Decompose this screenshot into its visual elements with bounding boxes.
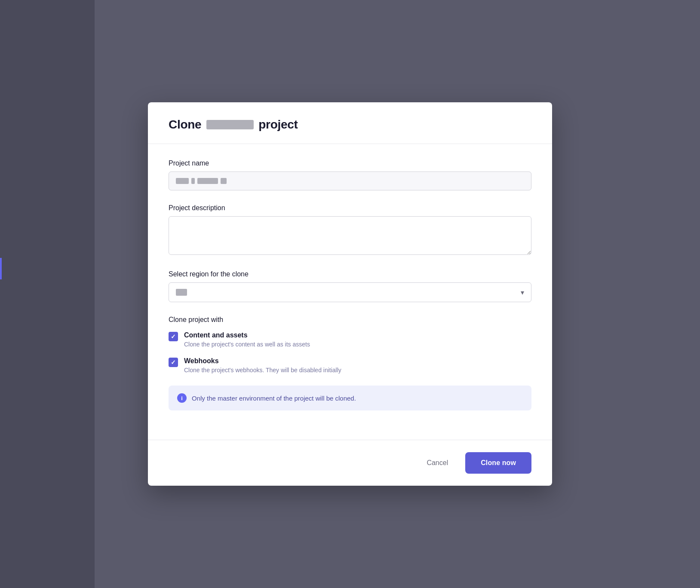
modal-header: Clone project xyxy=(148,102,552,144)
title-suffix: project xyxy=(258,118,298,131)
modal-title: Clone project xyxy=(169,118,531,132)
checkbox-content[interactable]: ✓ xyxy=(169,332,178,341)
name-redacted-1 xyxy=(176,178,189,184)
clone-with-group: Clone project with ✓ Content and assets … xyxy=(169,316,531,410)
checkbox-group: ✓ Content and assets Clone the project's… xyxy=(169,331,531,374)
region-select-wrapper: ▾ xyxy=(169,282,531,302)
checkbox-content-text: Content and assets Clone the project's c… xyxy=(184,331,310,348)
project-description-input[interactable] xyxy=(169,216,531,255)
modal-footer: Cancel Clone now xyxy=(148,440,552,486)
project-name-redacted xyxy=(206,120,254,129)
checkbox-webhooks-label: Webhooks xyxy=(184,357,341,365)
title-prefix: Clone xyxy=(169,118,201,131)
project-description-label: Project description xyxy=(169,204,531,212)
info-box: i Only the master environment of the pro… xyxy=(169,386,531,410)
name-redacted-3 xyxy=(197,178,218,184)
clone-now-button[interactable]: Clone now xyxy=(465,452,531,474)
checkbox-webhooks-item: ✓ Webhooks Clone the project's webhooks.… xyxy=(169,357,531,374)
region-group: Select region for the clone ▾ xyxy=(169,270,531,302)
cancel-button[interactable]: Cancel xyxy=(416,453,458,473)
project-name-group: Project name xyxy=(169,159,531,190)
region-select[interactable]: ▾ xyxy=(169,282,531,302)
region-redacted xyxy=(176,289,187,296)
region-label: Select region for the clone xyxy=(169,270,531,278)
project-description-group: Project description xyxy=(169,204,531,257)
info-icon: i xyxy=(177,393,187,403)
checkbox-webhooks-description: Clone the project's webhooks. They will … xyxy=(184,367,341,374)
check-icon: ✓ xyxy=(171,333,176,340)
name-redacted-2 xyxy=(191,178,195,184)
name-redacted-4 xyxy=(221,178,227,184)
clone-with-label: Clone project with xyxy=(169,316,531,324)
check-icon-2: ✓ xyxy=(171,359,176,366)
project-name-label: Project name xyxy=(169,159,531,167)
checkbox-content-description: Clone the project's content as well as i… xyxy=(184,341,310,348)
project-name-input-wrapper[interactable] xyxy=(169,172,531,190)
checkbox-webhooks-text: Webhooks Clone the project's webhooks. T… xyxy=(184,357,341,374)
checkbox-webhooks[interactable]: ✓ xyxy=(169,358,178,367)
clone-modal: Clone project Project name Project descr… xyxy=(148,102,552,486)
info-text: Only the master environment of the proje… xyxy=(192,395,356,402)
checkbox-content-label: Content and assets xyxy=(184,331,310,339)
checkbox-content-item: ✓ Content and assets Clone the project's… xyxy=(169,331,531,348)
chevron-down-icon: ▾ xyxy=(521,288,524,297)
modal-overlay: Clone project Project name Project descr… xyxy=(0,0,700,588)
modal-body: Project name Project description Select … xyxy=(148,144,552,440)
